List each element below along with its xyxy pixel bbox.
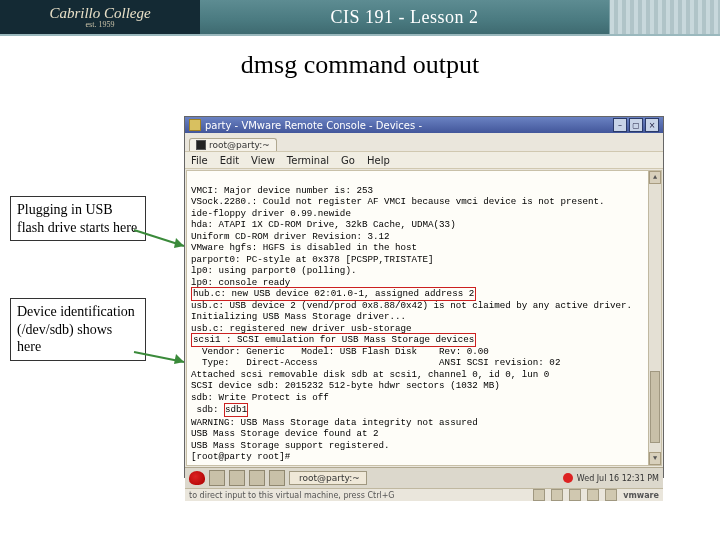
line: sdb: sdb1 bbox=[191, 404, 248, 415]
svg-marker-3 bbox=[174, 354, 184, 364]
statusbar-hint: to direct input to this virtual machine,… bbox=[189, 491, 395, 500]
window-titlebar[interactable]: party - VMware Remote Console - Devices … bbox=[185, 117, 663, 133]
line: Uniform CD-ROM driver Revision: 3.12 bbox=[191, 231, 389, 242]
window-title: party - VMware Remote Console - Devices … bbox=[205, 120, 422, 131]
line: USB Mass Storage support registered. bbox=[191, 440, 389, 451]
header-decor-pillars bbox=[609, 0, 720, 34]
callout-usb-plug: Plugging in USB flash drive starts here bbox=[10, 196, 146, 241]
slide-title: dmsg command output bbox=[0, 50, 720, 80]
line: lp0: console ready bbox=[191, 277, 290, 288]
line: USB Mass Storage device found at 2 bbox=[191, 428, 378, 439]
line: sdb: Write Protect is off bbox=[191, 392, 329, 403]
taskbar-app-icon[interactable] bbox=[249, 470, 265, 486]
line: Attached scsi removable disk sdb at scsi… bbox=[191, 369, 549, 380]
logo-text: Cabrillo College bbox=[49, 6, 150, 21]
menu-view[interactable]: View bbox=[251, 155, 275, 166]
terminal-tab[interactable]: root@party:~ bbox=[189, 138, 277, 151]
highlight-sdb1: sdb1 bbox=[224, 403, 248, 417]
taskbar-app-icon[interactable] bbox=[229, 470, 245, 486]
line: lp0: using parport0 (polling). bbox=[191, 265, 356, 276]
line: Type: Direct-Access ANSI SCSI revision: … bbox=[191, 357, 560, 368]
svg-marker-1 bbox=[174, 238, 184, 248]
menu-go[interactable]: Go bbox=[341, 155, 355, 166]
close-button[interactable]: × bbox=[645, 118, 659, 132]
scroll-down-button[interactable]: ▼ bbox=[649, 452, 661, 465]
minimize-button[interactable]: – bbox=[613, 118, 627, 132]
prompt: [root@party root]# bbox=[191, 451, 290, 462]
guest-taskbar: root@party:~ Wed Jul 16 12:31 PM bbox=[185, 467, 663, 488]
menu-edit[interactable]: Edit bbox=[220, 155, 239, 166]
update-notifier-icon[interactable] bbox=[563, 473, 573, 483]
highlight-scsi-emulation: scsi1 : SCSI emulation for USB Mass Stor… bbox=[191, 333, 476, 347]
college-logo: Cabrillo College est. 1959 bbox=[0, 0, 200, 34]
course-title: CIS 191 - Lesson 2 bbox=[200, 7, 609, 28]
scroll-up-button[interactable]: ▲ bbox=[649, 171, 661, 184]
callout-dev-sdb: Device identification (/dev/sdb) shows h… bbox=[10, 298, 146, 361]
line: VMware hgfs: HGFS is disabled in the hos… bbox=[191, 242, 417, 253]
vm-remote-console-window: party - VMware Remote Console - Devices … bbox=[184, 116, 664, 478]
device-icon[interactable] bbox=[587, 489, 599, 501]
maximize-button[interactable]: ▢ bbox=[629, 118, 643, 132]
taskbar-app-icon[interactable] bbox=[269, 470, 285, 486]
terminal-menubar: File Edit View Terminal Go Help bbox=[185, 151, 663, 169]
device-icon[interactable] bbox=[533, 489, 545, 501]
vmware-statusbar: to direct input to this virtual machine,… bbox=[185, 488, 663, 501]
terminal-tabrow: root@party:~ bbox=[185, 133, 663, 151]
line: ide-floppy driver 0.99.newide bbox=[191, 208, 351, 219]
line: usb.c: registered new driver usb-storage bbox=[191, 323, 412, 334]
line: hda: ATAPI 1X CD-ROM Drive, 32kB Cache, … bbox=[191, 219, 456, 230]
taskbar-app-icon[interactable] bbox=[209, 470, 225, 486]
task-label: root@party:~ bbox=[299, 473, 360, 483]
line: SCSI device sdb: 2015232 512-byte hdwr s… bbox=[191, 380, 500, 391]
line: WARNING: USB Mass Storage data integrity… bbox=[191, 417, 478, 428]
tab-label: root@party:~ bbox=[209, 140, 270, 150]
line-prefix: sdb: bbox=[191, 404, 219, 415]
line: parport0: PC-style at 0x378 [PCSPP,TRIST… bbox=[191, 254, 434, 265]
redhat-menu-icon[interactable] bbox=[189, 471, 205, 485]
terminal-icon bbox=[196, 140, 206, 150]
device-icon[interactable] bbox=[569, 489, 581, 501]
scroll-thumb[interactable] bbox=[650, 371, 660, 443]
slide-header: Cabrillo College est. 1959 CIS 191 - Les… bbox=[0, 0, 720, 36]
terminal-scrollbar[interactable]: ▲ ▼ bbox=[648, 171, 661, 465]
line: VSock.2280.: Could not register AF VMCI … bbox=[191, 196, 605, 207]
device-icon[interactable] bbox=[605, 489, 617, 501]
line: usb.c: USB device 2 (vend/prod 0x8.88/0x… bbox=[191, 300, 632, 311]
highlight-new-usb-device: hub.c: new USB device 02:01.0-1, assigne… bbox=[191, 287, 476, 301]
vmware-brand: vmware bbox=[623, 491, 659, 500]
menu-terminal[interactable]: Terminal bbox=[287, 155, 329, 166]
menu-file[interactable]: File bbox=[191, 155, 208, 166]
line: Vendor: Generic Model: USB Flash Disk Re… bbox=[191, 346, 489, 357]
taskbar-task[interactable]: root@party:~ bbox=[289, 471, 367, 485]
device-icon[interactable] bbox=[551, 489, 563, 501]
terminal-output[interactable]: VMCI: Major device number is: 253 VSock.… bbox=[186, 170, 662, 466]
line: Initializing USB Mass Storage driver... bbox=[191, 311, 406, 322]
clock: Wed Jul 16 12:31 PM bbox=[577, 474, 659, 483]
logo-est: est. 1959 bbox=[86, 21, 115, 29]
window-icon bbox=[189, 119, 201, 131]
line: VMCI: Major device number is: 253 bbox=[191, 185, 373, 196]
menu-help[interactable]: Help bbox=[367, 155, 390, 166]
